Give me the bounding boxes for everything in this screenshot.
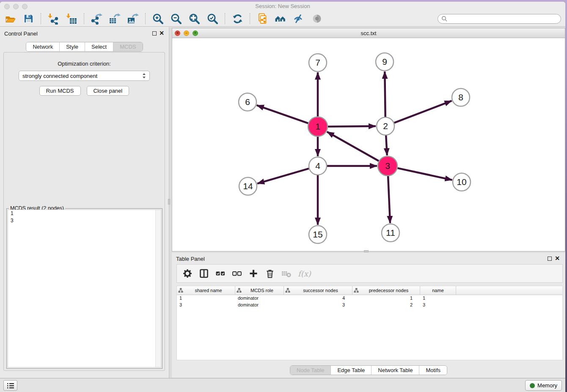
manage-columns-button[interactable] bbox=[199, 268, 209, 279]
mcds-result-list[interactable]: 13 bbox=[8, 210, 161, 367]
delete-table-button[interactable] bbox=[281, 268, 292, 279]
table-tab-motifs[interactable]: Motifs bbox=[419, 366, 447, 375]
table-float-icon[interactable] bbox=[548, 257, 552, 261]
column-header-predecessor-nodes[interactable]: predecessor nodes bbox=[352, 286, 420, 295]
graph-node-7[interactable]: 7 bbox=[309, 54, 327, 72]
close-window-button[interactable] bbox=[4, 4, 10, 9]
network-zoom-button[interactable]: + bbox=[193, 30, 198, 36]
graph-edge-2-3[interactable] bbox=[386, 135, 387, 155]
table-cell[interactable]: 3 bbox=[177, 302, 235, 309]
close-panel-icon[interactable]: ✕ bbox=[159, 30, 164, 36]
main-window: Session: New Session bbox=[0, 2, 565, 392]
export-image-button[interactable] bbox=[127, 13, 139, 25]
zoom-in-button[interactable] bbox=[152, 13, 164, 25]
table-row[interactable]: 1dominator411 bbox=[177, 295, 562, 302]
graph-node-14[interactable]: 14 bbox=[239, 177, 257, 195]
tab-select[interactable]: Select bbox=[85, 42, 113, 51]
graph-node-10[interactable]: 10 bbox=[453, 173, 471, 191]
tab-style[interactable]: Style bbox=[59, 42, 85, 51]
graph-node-3[interactable]: 3 bbox=[378, 156, 397, 176]
export-network-button[interactable] bbox=[91, 13, 102, 25]
table-tab-node-table[interactable]: Node Table bbox=[290, 366, 331, 375]
open-session-button[interactable] bbox=[4, 13, 16, 25]
control-panel-title: Control Panel bbox=[4, 30, 38, 37]
close-panel-button[interactable]: Close panel bbox=[87, 86, 129, 96]
minimize-window-button[interactable] bbox=[13, 4, 19, 9]
zoom-fit-button[interactable] bbox=[188, 13, 200, 25]
graph-edge-2-9[interactable] bbox=[385, 72, 385, 117]
table-tab-edge-table[interactable]: Edge Table bbox=[330, 366, 371, 375]
export-table-button[interactable] bbox=[109, 13, 121, 25]
graph-node-4[interactable]: 4 bbox=[309, 157, 327, 175]
show-panels-button[interactable] bbox=[311, 13, 323, 25]
deselect-all-rows-button[interactable] bbox=[232, 268, 242, 279]
graph-node-15[interactable]: 15 bbox=[309, 226, 327, 243]
graph-edge-1-2[interactable] bbox=[328, 126, 376, 127]
table-cell[interactable]: 1 bbox=[352, 295, 420, 302]
graph-node-2[interactable]: 2 bbox=[377, 117, 394, 135]
svg-text:1: 1 bbox=[315, 121, 320, 131]
network-close-button[interactable]: ✕ bbox=[175, 30, 180, 36]
table-cell[interactable]: dominator bbox=[235, 295, 284, 302]
table-cell[interactable]: 2 bbox=[352, 302, 420, 309]
float-panel-icon[interactable] bbox=[152, 31, 157, 36]
graph-node-6[interactable]: 6 bbox=[239, 93, 256, 111]
criterion-dropdown[interactable]: strongly connected component bbox=[19, 71, 150, 81]
graph-node-11[interactable]: 11 bbox=[382, 224, 399, 242]
hide-panels-button[interactable] bbox=[293, 13, 305, 25]
search-icon bbox=[441, 16, 447, 22]
task-history-button[interactable] bbox=[3, 380, 17, 391]
add-column-button[interactable] bbox=[248, 268, 259, 279]
column-header-name[interactable]: name bbox=[420, 286, 456, 295]
save-session-button[interactable] bbox=[22, 13, 34, 25]
table-close-icon[interactable]: ✕ bbox=[555, 255, 560, 261]
zoom-out-button[interactable] bbox=[170, 13, 182, 25]
search-input[interactable] bbox=[449, 16, 557, 22]
result-scrollbar[interactable] bbox=[155, 210, 161, 367]
table-cell[interactable]: dominator bbox=[235, 302, 284, 309]
column-header-shared-name[interactable]: shared name bbox=[177, 286, 235, 295]
delete-column-button[interactable] bbox=[265, 268, 275, 279]
result-item[interactable]: 1 bbox=[8, 210, 161, 217]
graph-edge-2-8[interactable] bbox=[394, 101, 452, 123]
tab-network[interactable]: Network bbox=[26, 42, 59, 51]
search-box[interactable] bbox=[438, 14, 561, 24]
clone-network-button[interactable] bbox=[256, 13, 268, 25]
zoom-selected-icon bbox=[207, 13, 218, 25]
table-cell[interactable]: 4 bbox=[284, 295, 352, 302]
graph-node-1[interactable]: 1 bbox=[308, 117, 328, 136]
result-item[interactable]: 3 bbox=[8, 217, 161, 224]
graph-node-8[interactable]: 8 bbox=[452, 88, 470, 106]
horizontal-splitter-handle[interactable] bbox=[364, 250, 369, 252]
table-cell[interactable]: 3 bbox=[420, 302, 456, 309]
zoom-selected-button[interactable] bbox=[206, 13, 218, 25]
network-minimize-button[interactable]: − bbox=[184, 30, 189, 36]
zoom-window-button[interactable] bbox=[22, 4, 28, 9]
import-table-button[interactable] bbox=[66, 13, 77, 25]
network-window-titlebar[interactable]: ✕ − + scc.txt bbox=[172, 28, 565, 38]
network-canvas[interactable]: 7968124314101511 bbox=[172, 38, 565, 251]
graph-edge-3-10[interactable] bbox=[398, 168, 452, 180]
tab-mcds[interactable]: MCDS bbox=[113, 42, 142, 51]
table-tab-network-table[interactable]: Network Table bbox=[371, 366, 419, 375]
vertical-splitter-handle[interactable] bbox=[168, 199, 170, 204]
select-all-rows-button[interactable] bbox=[215, 268, 226, 279]
column-header-MCDS-role[interactable]: MCDS role bbox=[235, 286, 284, 295]
graph-edge-1-6[interactable] bbox=[257, 105, 308, 124]
refresh-view-button[interactable] bbox=[231, 13, 243, 25]
graph-edge-3-1[interactable] bbox=[327, 132, 379, 161]
graph-edge-3-11[interactable] bbox=[388, 176, 390, 223]
apply-function-button[interactable]: f(x) bbox=[298, 268, 311, 279]
graph-node-9[interactable]: 9 bbox=[376, 53, 394, 71]
graph-edge-4-14[interactable] bbox=[257, 168, 309, 184]
run-mcds-button[interactable]: Run MCDS bbox=[39, 86, 81, 96]
table-settings-button[interactable] bbox=[182, 268, 193, 279]
import-network-button[interactable] bbox=[47, 13, 59, 25]
column-header-successor-nodes[interactable]: successor nodes bbox=[284, 286, 352, 295]
table-row[interactable]: 3dominator323 bbox=[177, 302, 562, 309]
table-cell[interactable]: 1 bbox=[420, 295, 456, 302]
memory-button[interactable]: Memory bbox=[525, 380, 562, 391]
table-cell[interactable]: 3 bbox=[284, 302, 352, 309]
network-overview-button[interactable] bbox=[275, 13, 286, 25]
table-cell[interactable]: 1 bbox=[177, 295, 235, 302]
